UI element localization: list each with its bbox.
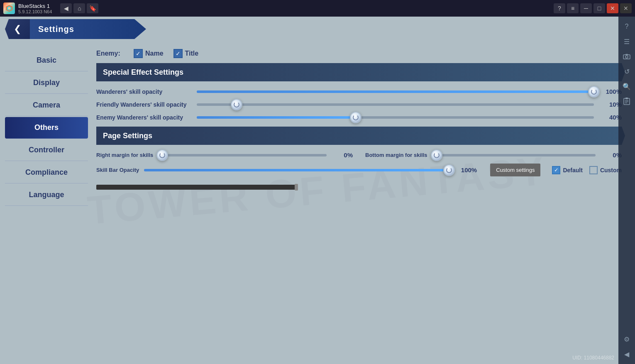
bottom-margin-track-bg [431, 154, 596, 156]
bottom-margin-thumb[interactable] [431, 149, 442, 161]
right-margin-label: Right margin for skills [96, 152, 153, 158]
skillbar-opacity-label: Skill Bar Opacity [96, 167, 139, 173]
sidebar-close-button[interactable]: ✕ [620, 3, 632, 13]
sidebar-icon-menu[interactable]: ☰ [620, 35, 633, 48]
sidebar-item-controller[interactable]: Controller [5, 139, 88, 161]
right-margin-value: 0% [330, 151, 353, 159]
skillbar-opacity-fill [144, 169, 449, 171]
friendly-wanderers-track [197, 103, 594, 107]
enemy-name-check-icon: ✓ [134, 49, 143, 58]
custom-option-group: ✓ Default Custom [552, 166, 622, 174]
sidebar-item-display-label: Display [33, 78, 60, 87]
menu-button[interactable]: ≡ [567, 3, 579, 13]
enemy-label: Enemy: [96, 50, 125, 57]
friendly-wanderers-track-bg [197, 103, 594, 106]
sidebar-item-compliance[interactable]: Compliance [5, 162, 88, 183]
sidebar-item-camera[interactable]: Camera [5, 95, 88, 116]
wanderers-opacity-fill [197, 90, 594, 93]
skillbar-opacity-thumb[interactable] [443, 164, 455, 176]
minimize-button[interactable]: ─ [580, 3, 592, 13]
custom-settings-label: Custom settings [496, 167, 535, 173]
enemy-wanderers-label: Enemy Wanderers' skill opacity [96, 114, 192, 121]
app-name-group: BlueStacks 1 5.9.12.1003 N64 [18, 3, 52, 14]
right-margin-track-bg [156, 154, 327, 156]
sidebar-item-language[interactable]: Language [5, 184, 88, 206]
sidebar-icon-clipboard[interactable] [620, 95, 633, 108]
sidebar-item-others[interactable]: Others [5, 117, 88, 139]
settings-title: Settings [38, 24, 74, 34]
content-layout: Basic Display Camera Others Controller C… [0, 42, 635, 364]
skillbar-opacity-track [144, 168, 449, 172]
svg-point-4 [625, 56, 628, 58]
sidebar-icon-gear[interactable]: ⚙ [620, 332, 633, 346]
default-checkbox-icon: ✓ [552, 166, 560, 174]
home-nav-button[interactable]: ⌂ [73, 3, 85, 13]
sidebar-item-display[interactable]: Display [5, 72, 88, 94]
sidebar-icon-search[interactable]: 🔍 [620, 80, 633, 93]
custom-option[interactable]: Custom [589, 166, 622, 174]
enemy-wanderers-track-bg [197, 116, 594, 119]
wanderers-opacity-track [197, 90, 594, 94]
sidebar-item-controller-label: Controller [29, 146, 64, 154]
enemy-name-checkbox[interactable]: ✓ Name [134, 49, 164, 58]
back-button[interactable]: ❮ [5, 19, 30, 39]
default-option[interactable]: ✓ Default [552, 166, 582, 174]
sidebar-item-basic[interactable]: Basic [5, 50, 88, 71]
friendly-wanderers-label: Friendly Wanderers' skill opacity [96, 101, 192, 108]
enemy-checkbox-group: ✓ Name ✓ Title [134, 49, 198, 58]
right-margin-thumb[interactable] [156, 149, 168, 161]
bottom-margin-label: Bottom margin for skills [365, 152, 427, 158]
skillbar-opacity-value: 100% [454, 166, 477, 173]
bookmark-nav-button[interactable]: 🔖 [87, 3, 98, 13]
enemy-wanderers-thumb[interactable] [350, 112, 361, 123]
enemy-wanderers-fill [197, 116, 356, 119]
friendly-wanderers-opacity-row: Friendly Wanderers' skill opacity 10% [96, 101, 622, 108]
skillbar-row: Skill Bar Opacity 100% Custom settings ✓ [96, 164, 622, 176]
bottom-progress-bar [96, 185, 296, 190]
bottom-margin-group: Bottom margin for skills 0% [365, 151, 622, 159]
app-name: BlueStacks 1 [18, 3, 52, 9]
sidebar-item-basic-label: Basic [37, 56, 56, 65]
special-effects-title: Special Effect Settings [103, 68, 183, 77]
main-area: TOWER OF FANTASY ❮ Settings Basic Displa… [0, 17, 635, 364]
sidebar-icon-question[interactable]: ? [620, 20, 633, 33]
enemy-name-label: Name [145, 50, 164, 57]
back-nav-button[interactable]: ◀ [60, 3, 72, 13]
sidebar-icon-camera[interactable] [620, 50, 633, 63]
friendly-wanderers-thumb[interactable] [231, 99, 242, 110]
enemy-title-label: Title [185, 50, 199, 57]
enemy-wanderers-track [197, 115, 594, 120]
right-sidebar: ? ☰ ↺ 🔍 ⚙ ◀ [618, 17, 635, 364]
maximize-button[interactable]: □ [593, 3, 605, 13]
right-margin-group: Right margin for skills 0% [96, 151, 353, 159]
sidebar-item-others-label: Others [34, 123, 59, 132]
svg-point-2 [8, 7, 10, 10]
app-version: 5.9.12.1003 N64 [18, 9, 52, 14]
settings-content: Enemy: ✓ Name ✓ Title Special Ef [88, 42, 630, 359]
svg-rect-7 [625, 98, 628, 99]
custom-settings-button[interactable]: Custom settings [490, 164, 540, 176]
enemy-row: Enemy: ✓ Name ✓ Title [96, 49, 622, 58]
skillbar-opacity-track-bg [144, 169, 449, 171]
svg-rect-5 [625, 54, 628, 55]
titlebar-controls: ? ≡ ─ □ ✕ ✕ [554, 3, 632, 13]
titlebar: BlueStacks 1 5.9.12.1003 N64 ◀ ⌂ 🔖 ? ≡ ─… [0, 0, 635, 17]
close-button[interactable]: ✕ [607, 3, 618, 13]
help-button[interactable]: ? [554, 3, 565, 13]
sidebar-nav: Basic Display Camera Others Controller C… [5, 42, 88, 359]
custom-checkbox-icon [589, 166, 598, 174]
titlebar-nav: ◀ ⌂ 🔖 [60, 3, 98, 13]
sidebar-icon-chevron-left[interactable]: ◀ [620, 347, 633, 361]
wanderers-opacity-track-bg [197, 90, 594, 93]
enemy-title-checkbox[interactable]: ✓ Title [173, 49, 199, 58]
bottom-margin-track [431, 153, 596, 157]
wanderers-opacity-label: Wanderers' skill opacity [96, 88, 192, 95]
right-margin-track [156, 153, 327, 157]
sidebar-icon-refresh[interactable]: ↺ [620, 65, 633, 78]
sidebar-item-camera-label: Camera [33, 101, 60, 110]
settings-title-bar: Settings [30, 19, 146, 39]
back-arrow-icon: ❮ [14, 24, 21, 34]
default-label: Default [563, 167, 582, 173]
margins-row: Right margin for skills 0% Bottom margin… [96, 151, 622, 159]
wanderers-opacity-thumb[interactable] [588, 86, 600, 98]
